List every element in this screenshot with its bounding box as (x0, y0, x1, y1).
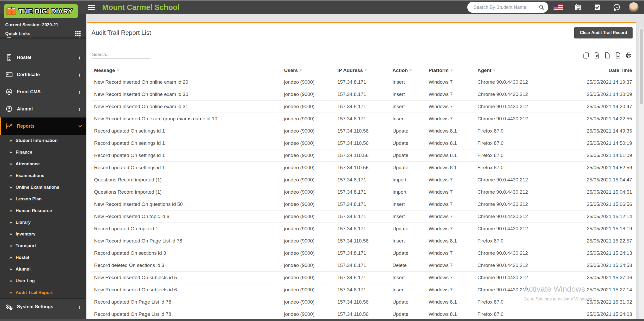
table-cell: Import (392, 186, 429, 198)
file-text-icon[interactable] (604, 52, 611, 59)
clear-audit-trail-button[interactable]: Clear Audit Trail Record (574, 27, 633, 38)
table-cell: 157.34.110.56 (337, 125, 392, 137)
scrollbar-thumb[interactable] (640, 29, 643, 104)
copy-icon[interactable] (583, 52, 589, 59)
table-cell: Questions Record imported (1) (91, 174, 284, 186)
app-logo[interactable]: THE DIGI DIARY (4, 4, 78, 18)
table-cell: Record updated On topic id 1 (91, 222, 284, 235)
asterisk-circle-icon (5, 88, 13, 95)
table-cell: 157.34.8.171 (337, 284, 392, 296)
table-cell: Update (392, 296, 429, 308)
table-cell: 157.34.8.171 (337, 186, 392, 198)
sidebar-subitem-user-log[interactable]: User Log (0, 275, 86, 287)
quick-links-grid-icon[interactable] (75, 31, 81, 36)
calendar-icon[interactable] (568, 3, 587, 11)
vertical-scrollbar[interactable] (639, 28, 644, 319)
table-search-input[interactable] (91, 51, 150, 58)
table-cell: Firefox 87.0 (477, 296, 555, 308)
table-cell: jondeo (9000) (284, 210, 337, 222)
table-row: Record updated On sections id 3jondeo (9… (91, 247, 632, 259)
column-header-date-time[interactable]: Date Time (555, 65, 632, 76)
sidebar-item-front-cms[interactable]: Front CMS ‹ (0, 83, 86, 100)
sidebar-subitem-lesson-plan[interactable]: Lesson Plan (0, 193, 86, 205)
sidebar-item-reports[interactable]: Reports ‹ (0, 117, 86, 135)
table-cell: 25/05/2021 15:12:14 (555, 210, 632, 222)
table-cell: Windows 7 (429, 259, 477, 271)
table-cell: jondeo (9000) (284, 198, 337, 210)
search-icon[interactable] (538, 4, 545, 10)
print-icon[interactable] (625, 52, 632, 59)
table-cell: 25/05/2021 15:24:13 (555, 247, 632, 259)
table-cell: Record updated On settings id 1 (91, 149, 284, 161)
sidebar-item-hostel[interactable]: Hostel ‹ (0, 49, 86, 66)
table-cell: 157.34.8.171 (337, 222, 392, 235)
column-header-message[interactable]: Message (91, 65, 284, 76)
sidebar-subitem-student-information[interactable]: Student Information (0, 135, 86, 146)
student-search (467, 2, 548, 13)
audit-trail-table: MessageUsersIP AddressActionPlatformAgen… (91, 65, 632, 319)
tasks-icon[interactable] (587, 3, 607, 11)
sidebar-subitem-human-resource[interactable]: Human Resource (0, 205, 86, 217)
sidebar-subitem-library[interactable]: Library (0, 217, 86, 228)
excel-icon[interactable] (593, 52, 600, 59)
sidebar-subitem-transport[interactable]: Transport (0, 240, 86, 252)
user-avatar[interactable] (628, 2, 639, 12)
table-cell: Firefox 87.0 (477, 137, 555, 149)
table-cell: Delete (392, 259, 429, 271)
app-window: THE DIGI DIARY Mount Carmel School (0, 0, 644, 321)
table-cell: Windows 7 (429, 210, 477, 222)
table-cell: Record updated On settings id 1 (91, 125, 284, 137)
table-row: Record updated On settings id 1jondeo (9… (91, 161, 632, 174)
table-cell: Insert (392, 198, 429, 210)
school-name: Mount Carmel School (102, 3, 180, 12)
sidebar-subitem-hostel[interactable]: Hostel (0, 252, 86, 263)
table-row: Record deleted On sections id 3jondeo (9… (91, 259, 632, 271)
table-cell: Firefox 87.0 (477, 125, 555, 137)
sidebar-subitem-audit-trail-report[interactable]: Audit Trail Report (0, 287, 86, 298)
table-cell: Update (392, 137, 429, 149)
table-cell: Firefox 87.0 (477, 149, 555, 161)
pdf-icon[interactable] (615, 52, 621, 59)
table-cell: Chrome 90.0.4430.212 (477, 284, 555, 296)
table-cell: Record deleted On sections id 3 (91, 259, 284, 271)
sidebar-subitem-online-examinations[interactable]: Online Examinations (0, 181, 86, 193)
table-cell: 25/05/2021 14:50:19 (555, 137, 632, 149)
table-cell: Chrome 90.0.4430.212 (477, 222, 555, 235)
table-cell: Chrome 90.0.4430.212 (477, 186, 555, 198)
table-cell: jondeo (9000) (284, 271, 337, 284)
student-search-input[interactable] (473, 4, 538, 10)
table-cell: jondeo (9000) (284, 222, 337, 235)
whatsapp-icon[interactable] (607, 3, 626, 11)
sidebar-item-certificate[interactable]: Certificate ‹ (0, 66, 86, 83)
column-header-users[interactable]: Users (284, 65, 337, 76)
menu-toggle-icon[interactable] (88, 4, 95, 11)
column-header-platform[interactable]: Platform (429, 65, 477, 76)
sidebar-item-alumni[interactable]: Alumni ‹ (0, 100, 86, 117)
table-cell: 157.34.8.171 (337, 88, 392, 100)
table-cell: 157.34.8.171 (337, 259, 392, 271)
table-cell: Chrome 90.0.4430.212 (477, 271, 555, 284)
table-cell: Insert (392, 113, 429, 125)
table-row: Record updated On settings id 1jondeo (9… (91, 125, 632, 137)
sidebar-subitem-finance[interactable]: Finance (0, 146, 86, 158)
sidebar-item-system-settings[interactable]: System Settings ‹ (0, 298, 86, 315)
language-flag-icon[interactable] (548, 4, 568, 10)
table-cell: 25/05/2021 14:20:09 (555, 88, 632, 100)
table-row: Record updated On topic id 1jondeo (9000… (91, 222, 632, 235)
table-cell: Chrome 90.0.4430.212 (477, 100, 555, 113)
chevron-icon: ‹ (78, 37, 81, 40)
table-cell: Update (392, 125, 429, 137)
column-header-agent[interactable]: Agent (477, 65, 555, 76)
sidebar-subitem-inventory[interactable]: Inventory (0, 228, 86, 240)
sidebar-item-label: Front CMS (17, 89, 41, 95)
column-header-action[interactable]: Action (392, 65, 429, 76)
sidebar-subitem-alumni[interactable]: Alumni (0, 263, 86, 275)
sidebar-item-transport-clipped[interactable]: Transport ‹ (0, 37, 86, 44)
sidebar-subitem-examinations[interactable]: Examinations (0, 170, 86, 181)
table-cell: Windows 8.1 (429, 308, 477, 319)
table-cell: Insert (392, 76, 429, 88)
sidebar-item-label: System Settings (17, 304, 53, 310)
alumni-person-icon (5, 106, 13, 112)
sidebar-subitem-attendance[interactable]: Attendance (0, 158, 86, 170)
column-header-ip-address[interactable]: IP Address (337, 65, 392, 76)
